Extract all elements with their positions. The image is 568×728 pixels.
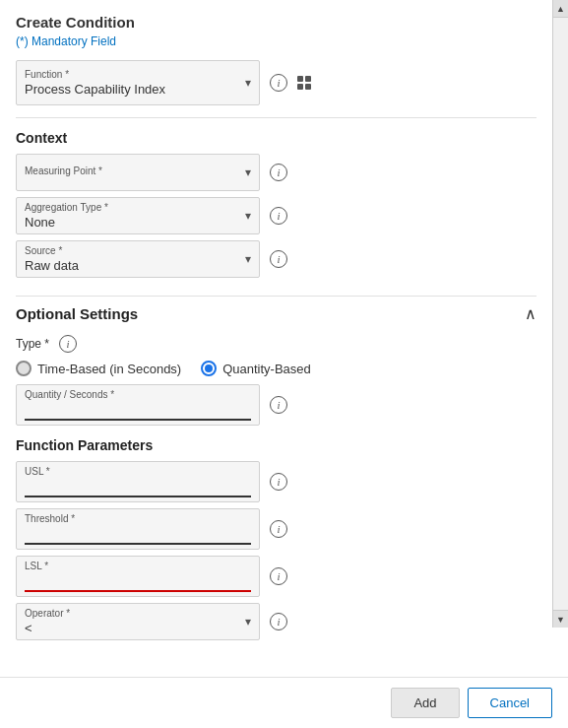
function-grid-icon	[297, 76, 311, 90]
usl-input-box: USL *	[16, 461, 260, 502]
threshold-input-box: Threshold *	[16, 508, 260, 550]
optional-section-title: Optional Settings	[16, 305, 138, 322]
operator-chevron-icon: ▾	[245, 615, 251, 629]
operator-info-icon: i	[270, 613, 287, 630]
function-label: Function *	[25, 69, 229, 80]
operator-value: <	[25, 621, 229, 635]
aggregation-type-row: Aggregation Type * None ▾ i	[16, 197, 536, 234]
quantity-seconds-input-box: Quantity / Seconds *	[16, 384, 260, 426]
source-value: Raw data	[25, 258, 229, 273]
lsl-input-box: LSL *	[16, 556, 260, 597]
quantity-info-icon: i	[270, 396, 287, 414]
operator-select[interactable]: Operator * < ▾	[16, 603, 260, 640]
function-info-button[interactable]: i	[268, 72, 289, 94]
function-parameters-section: Function Parameters USL * i	[16, 437, 536, 666]
time-based-radio[interactable]: Time-Based (in Seconds)	[16, 361, 181, 376]
measuring-point-select[interactable]: Measuring Point * ▾	[16, 154, 260, 191]
function-grid-button[interactable]	[291, 72, 313, 94]
quantity-seconds-row: Quantity / Seconds * i	[16, 384, 536, 426]
function-info-icon: i	[270, 74, 287, 92]
type-row: Type * i Time-Based (in Seconds)	[16, 333, 536, 426]
source-select[interactable]: Source * Raw data ▾	[16, 240, 260, 278]
aggregation-chevron-icon: ▾	[245, 209, 251, 223]
source-label: Source *	[25, 245, 229, 256]
source-info-icon: i	[270, 250, 287, 268]
quantity-based-radio[interactable]: Quantity-Based	[201, 361, 311, 376]
optional-section: Optional Settings ∧ Type * i	[16, 304, 536, 426]
measuring-point-row: Measuring Point * ▾ i	[16, 154, 536, 191]
source-chevron-icon: ▾	[245, 252, 251, 266]
measuring-point-info-button[interactable]: i	[268, 162, 289, 183]
footer: Add Cancel	[0, 677, 568, 728]
lsl-info-icon: i	[270, 567, 287, 585]
optional-section-header[interactable]: Optional Settings ∧	[16, 304, 536, 323]
threshold-info-icon: i	[270, 520, 287, 538]
operator-row: Operator * < ▾ i	[16, 603, 536, 640]
function-parameters-title: Function Parameters	[16, 437, 536, 453]
scrollbar: ▲ ▼	[552, 0, 568, 628]
measuring-point-label: Measuring Point *	[25, 165, 229, 176]
type-info-button[interactable]: i	[57, 333, 79, 355]
usl-label: USL *	[25, 466, 251, 477]
usl-input[interactable]	[25, 479, 251, 497]
threshold-row: Threshold * i	[16, 508, 536, 550]
quantity-based-label: Quantity-Based	[222, 362, 311, 376]
operator-label: Operator *	[25, 608, 229, 619]
threshold-label: Threshold *	[25, 513, 251, 524]
quantity-based-radio-circle	[201, 361, 217, 376]
measuring-point-chevron-icon: ▾	[245, 165, 251, 179]
usl-row: USL * i	[16, 461, 536, 502]
add-button[interactable]: Add	[391, 688, 459, 718]
quantity-info-button[interactable]: i	[268, 394, 289, 416]
lsl-row: LSL * i	[16, 556, 536, 597]
lsl-info-button[interactable]: i	[268, 565, 289, 587]
threshold-info-button[interactable]: i	[268, 518, 289, 540]
measuring-point-info-icon: i	[270, 164, 287, 181]
function-chevron-icon: ▾	[245, 76, 251, 90]
lsl-label: LSL *	[25, 561, 251, 571]
time-based-radio-circle	[16, 361, 32, 376]
lsl-input[interactable]	[25, 573, 251, 592]
aggregation-type-select[interactable]: Aggregation Type * None ▾	[16, 197, 260, 234]
aggregation-info-icon: i	[270, 207, 287, 225]
function-select[interactable]: Function * Process Capability Index ▾	[16, 60, 260, 105]
threshold-input[interactable]	[25, 526, 251, 545]
type-radio-group: Time-Based (in Seconds) Quantity-Based	[16, 361, 536, 376]
source-info-button[interactable]: i	[268, 248, 289, 270]
time-based-label: Time-Based (in Seconds)	[37, 362, 181, 376]
usl-info-icon: i	[270, 473, 287, 491]
function-row: Function * Process Capability Index ▾ i	[16, 60, 536, 118]
cancel-button[interactable]: Cancel	[468, 688, 552, 718]
scroll-track	[553, 18, 568, 610]
bottom-spacer	[16, 646, 536, 666]
scroll-up-arrow[interactable]: ▲	[553, 0, 568, 18]
usl-info-button[interactable]: i	[268, 471, 289, 493]
page-container: Create Condition (*) Mandatory Field Fun…	[0, 0, 568, 728]
quantity-seconds-input[interactable]	[25, 402, 251, 421]
aggregation-type-label: Aggregation Type *	[25, 202, 229, 213]
aggregation-type-value: None	[25, 215, 229, 230]
context-section: Context Measuring Point * ▾ i	[16, 130, 536, 297]
collapse-icon[interactable]: ∧	[525, 304, 536, 323]
quantity-seconds-label: Quantity / Seconds *	[25, 389, 251, 400]
type-info-icon: i	[59, 335, 77, 353]
mandatory-text: (*) Mandatory Field	[16, 34, 536, 48]
aggregation-info-button[interactable]: i	[268, 205, 289, 227]
context-title: Context	[16, 130, 536, 146]
page-title: Create Condition	[16, 14, 536, 31]
function-value: Process Capability Index	[25, 82, 229, 97]
scrollable-content: Create Condition (*) Mandatory Field Fun…	[0, 0, 552, 677]
type-label: Type *	[16, 337, 49, 351]
source-row: Source * Raw data ▾ i	[16, 240, 536, 278]
operator-info-button[interactable]: i	[268, 611, 289, 632]
scroll-down-arrow[interactable]: ▼	[553, 610, 568, 628]
type-label-row: Type * i	[16, 333, 536, 355]
content-area: Create Condition (*) Mandatory Field Fun…	[0, 0, 568, 677]
